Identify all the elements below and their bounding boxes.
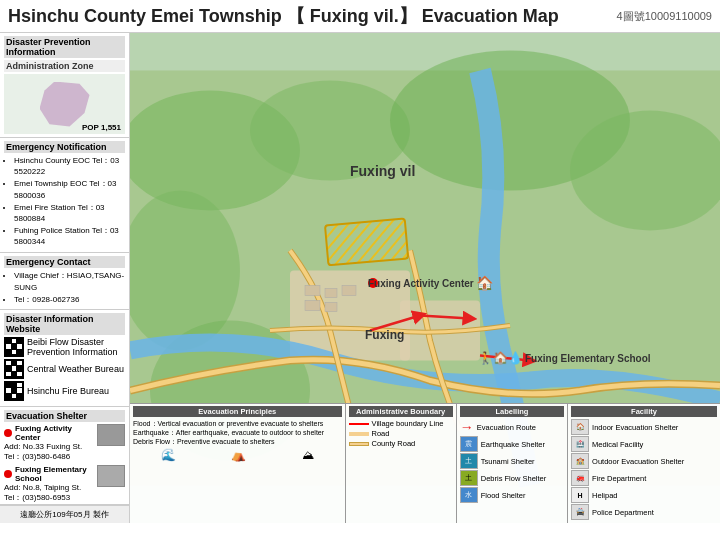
medical-facility-label: Medical Facility	[592, 440, 643, 449]
footer-label: 遠廳公所109年05月 製作	[20, 510, 108, 519]
emergency-contact-section: Emergency Contact Village Chief：HSIAO,TS…	[0, 253, 129, 310]
shelter-address-2: Add: No.8, Taiping St.	[4, 483, 95, 492]
map-label-elementary: Fuxing Elementary School	[525, 353, 651, 364]
evac-route-arrow: →	[460, 419, 474, 435]
debris-flow-icon: ⛰	[302, 448, 314, 462]
emergency-item: Hsinchu County EOC Tel：03 5520222	[14, 155, 125, 177]
svg-rect-14	[305, 301, 320, 311]
sidebar: Disaster Prevention Information Administ…	[0, 33, 130, 523]
legend-evacuation-principles: Evacuation Principles Flood：Vertical eva…	[130, 404, 346, 523]
shelter-icons-elementary: 🚶🏠💧	[478, 351, 523, 365]
shelter-dot	[4, 429, 12, 437]
fire-dept-icon: 🚒	[571, 470, 589, 486]
village-boundary-label: Village boundary Line	[372, 419, 444, 428]
elementary-label-group: 🚶🏠💧 Fuxing Elementary School	[478, 351, 651, 365]
map-label-fuxing-vil: Fuxing vil	[350, 163, 415, 179]
helipad-icon: H	[571, 487, 589, 503]
info-row-beibi: Beibi Flow Disaster Prevention Informati…	[4, 337, 125, 357]
shelter-dot-2	[4, 470, 12, 478]
county-road-line	[349, 442, 369, 446]
svg-rect-12	[325, 289, 337, 298]
legend-labelling: Labelling → Evacuation Route 震 Earthquak…	[457, 404, 568, 523]
police-dept-label: Police Department	[592, 508, 654, 517]
legend-row-helipad: H Helipad	[571, 487, 717, 503]
shelter-elementary: Fuxing Elementary School Add: No.8, Taip…	[4, 465, 125, 503]
shelter-name-2: Fuxing Elementary School	[15, 465, 95, 483]
labelling-title: Labelling	[460, 406, 564, 417]
village-line	[349, 423, 369, 425]
contact-item: Village Chief：HSIAO,TSANG-SUNG	[14, 270, 125, 294]
tsunami-shelter-label: Tsunami Shelter	[481, 457, 535, 466]
disaster-prevention-title: Disaster Prevention Information	[4, 36, 125, 58]
qr-code-beibi	[4, 337, 24, 357]
road-label: Road	[372, 429, 390, 438]
legend-row-tsunami: 土 Tsunami Shelter	[460, 453, 564, 469]
legend-row-eq-shelter: 震 Earthquake Shelter	[460, 436, 564, 452]
debris-shelter-icon: 土	[460, 470, 478, 486]
svg-rect-15	[325, 303, 337, 312]
legend-row-fire-dept: 🚒 Fire Department	[571, 470, 717, 486]
disaster-info-title: Disaster Information Website	[4, 313, 125, 335]
qr-code-fire	[4, 381, 24, 401]
qr-code-weather	[4, 359, 24, 379]
legend-bar: Evacuation Principles Flood：Vertical eva…	[130, 403, 720, 523]
page-title: Hsinchu County Emei Township 【 Fuxing vi…	[8, 4, 559, 28]
evacuation-icons: 🌊 ⛺ ⛰	[133, 448, 342, 462]
admin-boundary-title: Administrative Boundary	[349, 406, 453, 417]
legend-row-flood: 水 Flood Shelter	[460, 487, 564, 503]
activity-center-label-group: Fuxing Activity Center 🏠	[368, 275, 493, 291]
police-dept-icon: 🚔	[571, 504, 589, 520]
page-header: Hsinchu County Emei Township 【 Fuxing vi…	[0, 0, 720, 33]
legend-row-county-road: County Road	[349, 439, 453, 448]
legend-row-medical: 🏥 Medical Facility	[571, 436, 717, 452]
admin-zone-shape	[40, 82, 90, 127]
eq-shelter-label: Earthquake Shelter	[481, 440, 545, 449]
emergency-contact-title: Emergency Contact	[4, 256, 125, 268]
county-road-label: County Road	[372, 439, 416, 448]
legend-row-indoor-shelter: 🏠 Indoor Evacuation Shelter	[571, 419, 717, 435]
map-area: Fuxing vil Fuxing Fuxing Activity Center…	[130, 33, 720, 523]
fire-dept-label: Fire Department	[592, 474, 646, 483]
facility-title: Facility	[571, 406, 717, 417]
legend-row-police: 🚔 Police Department	[571, 504, 717, 520]
shelter-name-1: Fuxing Activity Center	[15, 424, 95, 442]
outdoor-shelter-label: Outdoor Evacuation Shelter	[592, 457, 684, 466]
info-row-weather: Central Weather Bureau	[4, 359, 125, 379]
evacuation-shelter-title: Evacuation Shelter	[4, 410, 125, 422]
disaster-prevention-section: Disaster Prevention Information Administ…	[0, 33, 129, 138]
emergency-notification-section: Emergency Notification Hsinchu County EO…	[0, 138, 129, 253]
emergency-notification-title: Emergency Notification	[4, 141, 125, 153]
evac-route-label: Evacuation Route	[477, 423, 536, 432]
main-content: Disaster Prevention Information Administ…	[0, 33, 720, 523]
legend-row-debris: 土 Debris Flow Shelter	[460, 470, 564, 486]
shelter-tel-1: Tel：(03)580-6486	[4, 451, 95, 462]
eq-shelter-icon: 震	[460, 436, 478, 452]
map-code: 4圖號10009110009	[617, 9, 712, 24]
emergency-item: Fuhing Police Station Tel：03 5800344	[14, 225, 125, 247]
emergency-list: Hsinchu County EOC Tel：03 5520222 Emei T…	[4, 155, 125, 248]
shelter-photo-2	[97, 465, 125, 487]
outdoor-shelter-icon: 🏫	[571, 453, 589, 469]
svg-rect-9	[325, 219, 408, 266]
flood-shelter-label: Flood Shelter	[481, 491, 526, 500]
shelter-activity-center: Fuxing Activity Center Add: No.33 Fuxing…	[4, 424, 125, 462]
evacuation-principles-title: Evacuation Principles	[133, 406, 342, 417]
evacuation-shelter-section: Evacuation Shelter Fuxing Activity Cente…	[0, 407, 129, 506]
legend-row-evac-route: → Evacuation Route	[460, 419, 564, 435]
admin-zone-pop: POP 1,551	[82, 123, 121, 132]
legend-row-outdoor-shelter: 🏫 Outdoor Evacuation Shelter	[571, 453, 717, 469]
sidebar-footer: 遠廳公所109年05月 製作	[0, 505, 129, 523]
indoor-shelter-icon: 🏠	[571, 419, 589, 435]
tsunami-shelter-icon: 土	[460, 453, 478, 469]
shelter-tel-2: Tel：(03)580-6953	[4, 492, 95, 503]
earthquake-icon: ⛺	[231, 448, 246, 462]
shelter-photo-1	[97, 424, 125, 446]
flood-icon: 🌊	[161, 448, 176, 462]
admin-zone-map: POP 1,551	[4, 74, 125, 134]
legend-admin-boundary: Administrative Boundary Village boundary…	[346, 404, 457, 523]
svg-rect-13	[342, 286, 356, 296]
legend-row-village: Village boundary Line	[349, 419, 453, 428]
info-site-beibi: Beibi Flow Disaster Prevention Informati…	[27, 337, 125, 357]
shelter-icon-activity: 🏠	[476, 275, 493, 291]
legend-row-road: Road	[349, 429, 453, 438]
